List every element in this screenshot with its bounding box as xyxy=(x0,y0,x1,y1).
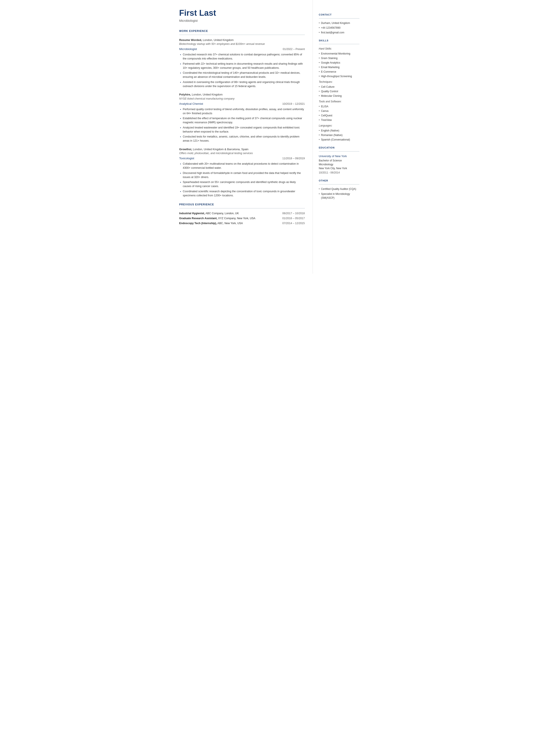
bullet-item: Discovered high levels of formaldehyde i… xyxy=(180,171,305,179)
work-experience-divider xyxy=(179,35,305,35)
skill-item: ELISA xyxy=(319,104,359,108)
job-2-title: Analytical Chemist xyxy=(179,102,203,106)
candidate-name: First Last xyxy=(179,9,305,18)
prev-exp-row-1: Industrial Hygienist, ABC Company, Londo… xyxy=(179,211,305,215)
bullet-item: Coordinated scientific research depictin… xyxy=(180,189,305,198)
job-1-bullets: Conducted research into 37+ chemical sol… xyxy=(179,53,305,88)
education-section-title: EDUCATION xyxy=(319,146,359,150)
other-divider xyxy=(319,184,359,184)
skills-section-title: SKILLS xyxy=(319,39,359,42)
skill-item: English (Native) xyxy=(319,129,359,132)
bullet-item: Performed quality control testing of ble… xyxy=(180,107,305,116)
hard-skills-list: Environmental Monitoring Gram Staining G… xyxy=(319,52,359,78)
prev-exp-label-1: Industrial Hygienist, ABC Company, Londo… xyxy=(179,211,239,215)
bullet-item: Conducted tests for metallics, arsenic, … xyxy=(180,135,305,143)
skill-item: Quality Control xyxy=(319,90,359,93)
prev-exp-row-2: Graduate Research Assistant, XYZ Company… xyxy=(179,216,305,220)
job-3-title: Toxicologist xyxy=(179,156,194,160)
employer-2-name: Polyhire, London, United Kingdom xyxy=(179,93,305,97)
techniques-label: Techniques: xyxy=(319,80,359,84)
employer-3-desc: Offers mold, photovoltaic, and microbiol… xyxy=(179,151,305,155)
job-block-3: Growthsi, London, United Kingdom & Barce… xyxy=(179,147,305,198)
skill-item: Google Analytics xyxy=(319,61,359,65)
edu-degree: Bachelor of Science xyxy=(319,159,359,162)
left-column: First Last Microbiologist WORK EXPERIENC… xyxy=(171,0,313,274)
skill-item: Molecular Cloning xyxy=(319,94,359,98)
job-block-1: Resume Worded, London, United Kingdom Bi… xyxy=(179,38,305,88)
resume-page: First Last Microbiologist WORK EXPERIENC… xyxy=(171,0,365,274)
right-column: CONTACT Durham, United Kingdom +44 12345… xyxy=(313,0,365,274)
employer-2-desc: NYSE-listed chemical manufacturing compa… xyxy=(179,97,305,101)
edu-location: New York City, New York xyxy=(319,166,359,170)
employer-1-desc: Biotechnology startup with 50+ employees… xyxy=(179,42,305,46)
skill-item: Spanish (Conversational) xyxy=(319,138,359,142)
prev-exp-dates-2: 01/2016 – 05/2017 xyxy=(282,216,305,220)
bullet-item: Assisted in overseeing the configuration… xyxy=(180,80,305,88)
skill-item: Cell Culture xyxy=(319,85,359,89)
languages-list: English (Native) Romanian (Native) Spani… xyxy=(319,129,359,142)
skill-item: E-Commerce xyxy=(319,70,359,74)
skill-item: High-throughput Screening xyxy=(319,74,359,78)
bullet-item: Spearheaded research on 55+ carcinogenic… xyxy=(180,180,305,188)
skill-item: Canva xyxy=(319,109,359,113)
job-3-dates: 11/2018 – 09/2019 xyxy=(282,156,305,160)
contact-item-address: Durham, United Kingdom xyxy=(319,21,359,25)
education-divider xyxy=(319,151,359,152)
other-item: Specialist in Microbiology (SM(ASCP) xyxy=(319,192,359,200)
prev-experience-divider xyxy=(179,208,305,209)
skill-item: CellQuest xyxy=(319,114,359,118)
job-block-2: Polyhire, London, United Kingdom NYSE-li… xyxy=(179,93,305,143)
edu-school: University of New York xyxy=(319,154,359,158)
languages-label: Languages: xyxy=(319,124,359,127)
contact-list: Durham, United Kingdom +44 1234567890 fi… xyxy=(319,21,359,35)
employer-3-name: Growthsi, London, United Kingdom & Barce… xyxy=(179,147,305,152)
skill-item: TreeView xyxy=(319,118,359,122)
skill-item: Romanian (Native) xyxy=(319,133,359,137)
contact-section-title: CONTACT xyxy=(319,13,359,16)
tools-label: Tools and Software: xyxy=(319,99,359,103)
prev-exp-row-3: Endoscopy Tech (Internship), ABC, New Yo… xyxy=(179,221,305,225)
bullet-item: Analyzed treated wastewater and identifi… xyxy=(180,126,305,134)
prev-exp-label-3: Endoscopy Tech (Internship), ABC, New Yo… xyxy=(179,221,243,225)
work-experience-title: WORK EXPERIENCE xyxy=(179,29,305,33)
bullet-item: Coordinated the microbiological testing … xyxy=(180,71,305,79)
other-list: Certified Quality Auditor (CQA) Speciali… xyxy=(319,187,359,200)
employer-1-name: Resume Worded, London, United Kingdom xyxy=(179,38,305,42)
bullet-item: Partnered with 22+ technical writing tea… xyxy=(180,62,305,70)
skill-item: Email Marketing xyxy=(319,65,359,69)
skills-divider xyxy=(319,44,359,44)
job-2-bullets: Performed quality control testing of ble… xyxy=(179,107,305,143)
job-3-bullets: Collaborated with 20+ multinational team… xyxy=(179,162,305,197)
contact-item-phone: +44 1234567890 xyxy=(319,26,359,30)
candidate-title: Microbiologist xyxy=(179,18,305,23)
job-1-dates: 01/2022 – Present xyxy=(283,47,305,51)
job-3-header: Toxicologist 11/2018 – 09/2019 xyxy=(179,156,305,160)
prev-exp-dates-3: 07/2014 – 12/2015 xyxy=(282,221,305,225)
contact-item-email: first.last@gmail.com xyxy=(319,31,359,35)
skill-item: Gram Staining xyxy=(319,56,359,60)
prev-exp-label-2: Graduate Research Assistant, XYZ Company… xyxy=(179,216,256,220)
prev-experience-title: PREVIOUS EXPERIENCE xyxy=(179,203,305,207)
bullet-item: Established the effect of temperature on… xyxy=(180,116,305,125)
prev-exp-dates-1: 06/2017 – 10/2018 xyxy=(282,211,305,215)
job-1-header: Microbiologist 01/2022 – Present xyxy=(179,47,305,51)
job-1-title: Microbiologist xyxy=(179,47,197,51)
bullet-item: Collaborated with 20+ multinational team… xyxy=(180,162,305,170)
skill-item: Environmental Monitoring xyxy=(319,52,359,56)
tools-list: ELISA Canva CellQuest TreeView xyxy=(319,104,359,122)
hard-skills-label: Hard Skills: xyxy=(319,47,359,51)
techniques-list: Cell Culture Quality Control Molecular C… xyxy=(319,85,359,98)
edu-dates: 10/2011 - 06/2014 xyxy=(319,171,359,175)
bullet-item: Conducted research into 37+ chemical sol… xyxy=(180,53,305,61)
other-section-title: OTHER xyxy=(319,179,359,182)
edu-field: Microbiology xyxy=(319,162,359,166)
job-2-header: Analytical Chemist 10/2019 – 12/2021 xyxy=(179,102,305,106)
other-item: Certified Quality Auditor (CQA) xyxy=(319,187,359,191)
job-2-dates: 10/2019 – 12/2021 xyxy=(282,102,305,106)
